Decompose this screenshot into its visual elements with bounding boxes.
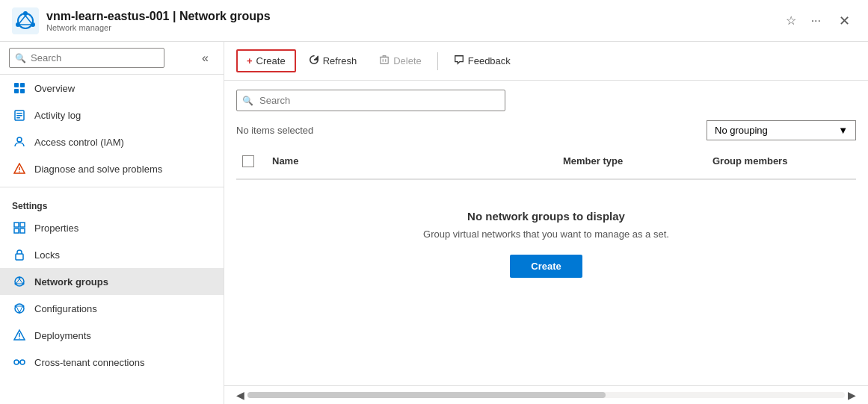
empty-state-create-button[interactable]: Create	[510, 255, 582, 278]
deployments-icon	[12, 328, 27, 343]
toolbar: + Create Refresh Delete Feedback	[224, 42, 868, 81]
title-separator: |	[173, 10, 179, 22]
delete-icon	[379, 55, 390, 67]
sidebar-item-locks[interactable]: Locks	[0, 241, 224, 268]
cross-tenant-icon	[12, 355, 27, 370]
delete-button[interactable]: Delete	[369, 49, 431, 72]
refresh-button[interactable]: Refresh	[299, 49, 367, 72]
svg-rect-9	[20, 83, 25, 87]
close-button[interactable]: ✕	[833, 10, 856, 32]
scroll-left-button[interactable]: ◀	[236, 389, 244, 401]
header-actions: ☆ ··· ✕	[783, 10, 856, 32]
empty-state-title: No network groups to display	[467, 210, 625, 223]
sidebar-search-input[interactable]	[9, 48, 164, 68]
header: vnm-learn-eastus-001 | Network groups Ne…	[0, 0, 868, 42]
sidebar-collapse-button[interactable]: «	[196, 49, 215, 68]
sidebar-item-configurations[interactable]: Configurations	[0, 295, 224, 322]
sidebar-divider	[0, 187, 224, 187]
network-groups-icon	[12, 274, 27, 289]
sidebar-item-activity-log-label: Activity log	[34, 110, 81, 121]
no-items-label: No items selected	[236, 125, 313, 136]
feedback-icon	[454, 55, 464, 67]
svg-point-41	[14, 360, 19, 364]
svg-point-16	[17, 137, 22, 142]
header-subtitle: Network manager	[46, 23, 783, 32]
table-header: Name Member type Group members	[236, 146, 856, 180]
page-title: Network groups	[179, 10, 271, 22]
grouping-label: No grouping	[715, 125, 768, 136]
sidebar-item-network-groups[interactable]: Network groups	[0, 268, 224, 295]
svg-point-2	[23, 11, 28, 16]
svg-rect-20	[20, 223, 25, 227]
sidebar-item-cross-tenant[interactable]: Cross-tenant connections	[0, 349, 224, 376]
chevron-down-icon: ▼	[838, 125, 848, 136]
svg-line-36	[20, 307, 22, 311]
configurations-icon	[12, 301, 27, 316]
sidebar-item-locks-label: Locks	[34, 249, 60, 261]
toolbar-separator	[437, 52, 438, 70]
empty-state-description: Group virtual networks that you want to …	[423, 229, 669, 240]
table-header-name: Name	[266, 152, 557, 173]
svg-rect-13	[16, 113, 22, 114]
more-options-button[interactable]: ···	[808, 11, 824, 31]
svg-point-25	[19, 277, 21, 279]
sidebar-item-access-control[interactable]: Access control (IAM)	[0, 128, 224, 155]
scroll-right-button[interactable]: ▶	[848, 389, 856, 401]
sidebar-item-configurations-label: Configurations	[34, 303, 97, 314]
main-layout: 🔍 « Overview Activity log Access control…	[0, 42, 868, 404]
scroll-track[interactable]	[247, 392, 845, 398]
svg-rect-22	[20, 229, 25, 233]
settings-section-label: Settings	[0, 192, 224, 214]
select-all-checkbox[interactable]	[242, 155, 254, 167]
grouping-dropdown[interactable]: No grouping ▼	[707, 120, 856, 140]
scroll-thumb	[247, 392, 606, 398]
favorite-button[interactable]: ☆	[783, 10, 799, 31]
resource-name: vnm-learn-eastus-001	[46, 10, 170, 22]
diagnose-icon	[12, 161, 27, 176]
content-search-input[interactable]	[236, 90, 505, 111]
sidebar-search-wrap: 🔍	[9, 48, 193, 68]
content-area: + Create Refresh Delete Feedback	[224, 42, 868, 404]
sidebar-item-deployments[interactable]: Deployments	[0, 322, 224, 349]
svg-line-35	[16, 307, 19, 311]
sidebar-item-network-groups-label: Network groups	[34, 276, 108, 288]
content-search-wrap: 🔍	[236, 90, 505, 111]
sidebar: 🔍 « Overview Activity log Access control…	[0, 42, 224, 404]
header-title-block: vnm-learn-eastus-001 | Network groups Ne…	[46, 10, 783, 32]
svg-rect-8	[14, 83, 19, 87]
sidebar-search-row: 🔍 «	[0, 42, 224, 75]
app-logo	[12, 7, 39, 34]
svg-point-18	[19, 171, 20, 173]
sidebar-item-properties[interactable]: Properties	[0, 214, 224, 241]
sidebar-search-icon: 🔍	[15, 53, 26, 63]
feedback-button[interactable]: Feedback	[444, 49, 520, 72]
sidebar-item-overview[interactable]: Overview	[0, 75, 224, 102]
sidebar-item-deployments-label: Deployments	[34, 330, 91, 341]
create-button[interactable]: + Create	[236, 49, 296, 72]
svg-rect-21	[14, 229, 19, 233]
table-checkbox-header	[236, 152, 266, 173]
svg-rect-14	[16, 115, 22, 116]
svg-line-28	[19, 279, 22, 284]
activity-log-icon	[12, 108, 27, 122]
content-search-icon: 🔍	[242, 96, 253, 106]
delete-label: Delete	[393, 55, 422, 66]
content-status-row: No items selected No grouping ▼	[224, 117, 868, 146]
svg-rect-15	[16, 117, 20, 119]
refresh-label: Refresh	[323, 55, 357, 66]
create-label: Create	[256, 55, 286, 66]
sidebar-item-properties-label: Properties	[34, 223, 79, 234]
svg-rect-19	[14, 223, 19, 227]
svg-line-29	[16, 279, 19, 284]
sidebar-item-diagnose[interactable]: Diagnose and solve problems	[0, 155, 224, 182]
access-control-icon	[12, 134, 27, 149]
table-header-member-type: Member type	[557, 152, 707, 173]
refresh-icon	[309, 55, 319, 67]
svg-rect-23	[16, 254, 23, 260]
sidebar-item-activity-log[interactable]: Activity log	[0, 102, 224, 128]
svg-rect-11	[20, 89, 25, 93]
table-area: Name Member type Group members No networ…	[224, 146, 868, 308]
properties-icon	[12, 220, 27, 235]
content-body: 🔍 No items selected No grouping ▼ N	[224, 81, 868, 385]
header-resource-title: vnm-learn-eastus-001 | Network groups	[46, 10, 783, 23]
